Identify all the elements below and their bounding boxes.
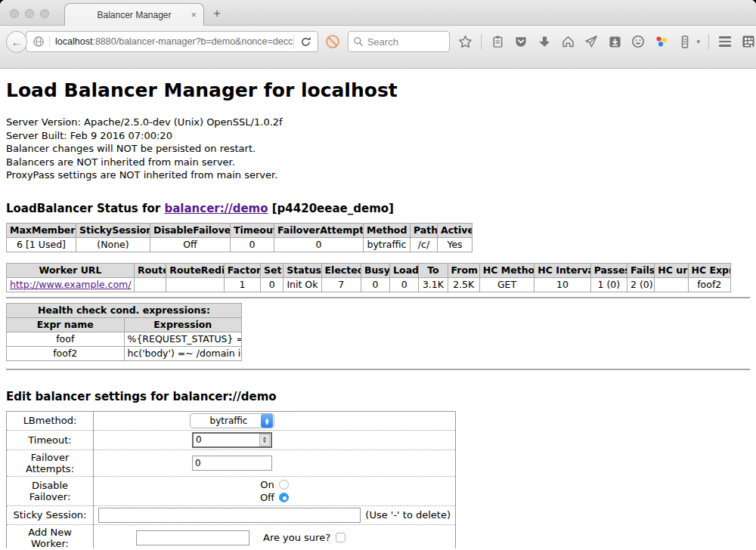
cell-path: /c/ bbox=[411, 237, 438, 252]
cell-status: Init Ok bbox=[284, 277, 321, 292]
block-icon[interactable] bbox=[325, 33, 340, 50]
battery-icon[interactable] bbox=[677, 33, 692, 50]
globe-icon[interactable] bbox=[26, 36, 50, 48]
lbmethod-select[interactable]: bytraffic ▲▼ bbox=[190, 413, 274, 428]
tab-balancer-manager[interactable]: Balancer Manager × bbox=[64, 3, 204, 26]
cell-failoverattempts: 0 bbox=[274, 237, 364, 252]
color-dots-icon[interactable] bbox=[654, 33, 669, 50]
window-controls[interactable] bbox=[10, 9, 49, 18]
sticky-session-input[interactable] bbox=[98, 508, 361, 523]
timeout-row: Timeout: ▲▼ bbox=[7, 430, 456, 450]
timeout-input[interactable] bbox=[194, 434, 259, 445]
tab-strip: Balancer Manager × + bbox=[0, 0, 756, 26]
browser-window: Balancer Manager × + ← localhost:8880/ba… bbox=[0, 0, 756, 550]
back-button[interactable]: ← bbox=[6, 31, 27, 53]
failover-attempts-row: Failover Attempts: bbox=[7, 450, 456, 476]
cell-hc-expr: foof2 bbox=[688, 277, 730, 292]
section-divider bbox=[6, 297, 750, 298]
pocket-icon[interactable] bbox=[513, 33, 528, 50]
cell-expression: %{REQUEST_STATUS} =~ /^[234]/ bbox=[124, 332, 242, 346]
clipboard-icon[interactable] bbox=[490, 33, 505, 50]
table-row: foof2 hc('body') =~ /domain is establish… bbox=[7, 346, 242, 360]
failover-attempts-label: Failover Attempts: bbox=[7, 450, 94, 476]
col-expr-name: Expr name bbox=[7, 317, 125, 332]
home-icon[interactable] bbox=[560, 33, 575, 50]
cell-from: 2.5K bbox=[448, 277, 479, 292]
sticky-session-hint: (Use '-' to delete) bbox=[365, 509, 452, 521]
menu-icon[interactable] bbox=[717, 33, 733, 50]
cell-elected: 7 bbox=[321, 277, 361, 292]
add-worker-row: Add New Worker: Are you sure? bbox=[7, 524, 456, 548]
square-download-icon[interactable] bbox=[607, 33, 622, 50]
reload-button[interactable] bbox=[293, 34, 318, 49]
dropdown-caret-icon[interactable]: ▾ bbox=[696, 38, 700, 45]
col-elected: Elected bbox=[321, 263, 361, 277]
col-stickysession: StickySession bbox=[76, 223, 150, 237]
number-spinner-icon[interactable]: ▲▼ bbox=[259, 434, 270, 446]
col-worker-url: Worker URL bbox=[7, 263, 135, 277]
bookmark-star-icon[interactable] bbox=[457, 33, 472, 50]
cell-maxmembers: 6 [1 Used] bbox=[7, 237, 76, 252]
table-row: foof %{REQUEST_STATUS} =~ /^[234]/ bbox=[7, 332, 242, 346]
table-row: http://www.example.com/ 1 0 Init Ok 7 0 … bbox=[7, 277, 731, 292]
cell-busy: 0 bbox=[361, 277, 389, 292]
minimize-window-button[interactable] bbox=[25, 9, 34, 18]
cell-load: 0 bbox=[390, 277, 419, 292]
lbmethod-selected-value: bytraffic bbox=[200, 416, 258, 426]
col-hc-method: HC Method bbox=[479, 263, 534, 277]
tab-title: Balancer Manager bbox=[97, 10, 171, 20]
cell-set: 0 bbox=[261, 277, 284, 292]
cell-expr-name: foof2 bbox=[7, 346, 125, 360]
disable-failover-label: Disable Failover: bbox=[7, 476, 94, 505]
col-passes: Passes bbox=[590, 263, 627, 277]
col-factor: Factor bbox=[224, 263, 260, 277]
are-you-sure-checkbox[interactable] bbox=[336, 533, 345, 542]
server-built-line: Server Built: Feb 9 2016 07:00:20 bbox=[6, 129, 750, 143]
cell-method: bytraffic bbox=[364, 237, 411, 252]
col-failoverattempts: FailoverAttempts bbox=[274, 223, 364, 237]
col-busy: Busy bbox=[361, 263, 389, 277]
worker-url-link[interactable]: http://www.example.com/ bbox=[10, 279, 131, 290]
url-text[interactable]: localhost:8880/balancer-manager?b=demo&n… bbox=[50, 36, 293, 47]
col-disablefailover: DisableFailover bbox=[150, 223, 231, 237]
cell-hc-interval: 10 bbox=[534, 277, 590, 292]
col-from: From bbox=[448, 263, 479, 277]
send-icon[interactable] bbox=[584, 33, 599, 50]
balancer-demo-link[interactable]: balancer://demo bbox=[164, 202, 268, 215]
search-icon bbox=[353, 36, 364, 47]
search-box[interactable] bbox=[348, 31, 451, 52]
server-info: Server Version: Apache/2.5.0-dev (Unix) … bbox=[6, 116, 750, 182]
table-header-row: Worker URL Route RouteRedir Factor Set S… bbox=[7, 263, 731, 277]
col-to: To bbox=[419, 263, 448, 277]
server-version-line: Server Version: Apache/2.5.0-dev (Unix) … bbox=[6, 116, 750, 129]
new-tab-button[interactable]: + bbox=[213, 6, 221, 21]
smiley-icon[interactable] bbox=[631, 33, 646, 50]
search-input[interactable] bbox=[367, 36, 443, 48]
col-hc-interval: HC Interval bbox=[534, 263, 590, 277]
cell-route bbox=[135, 277, 166, 292]
edit-balancer-form: LBmethod: bytraffic ▲▼ Timeout: ▲▼ bbox=[6, 411, 456, 549]
cell-stickysession: (None) bbox=[76, 237, 150, 252]
tab-close-icon[interactable]: × bbox=[191, 9, 197, 21]
cell-active: Yes bbox=[438, 237, 472, 252]
zoom-window-button[interactable] bbox=[40, 9, 49, 18]
nav-toolbar: ← localhost:8880/balancer-manager?b=demo… bbox=[0, 26, 756, 69]
close-window-button[interactable] bbox=[10, 9, 19, 18]
url-bar[interactable]: localhost:8880/balancer-manager?b=demo&n… bbox=[26, 31, 318, 52]
failover-on-radio[interactable] bbox=[279, 480, 289, 490]
col-expression: Expression bbox=[124, 317, 242, 332]
sticky-session-label: Sticky Session: bbox=[7, 505, 94, 524]
table-header-row: Expr name Expression bbox=[7, 317, 242, 332]
failover-off-radio[interactable] bbox=[279, 493, 289, 502]
radio-on-label: On bbox=[260, 479, 274, 490]
col-set: Set bbox=[261, 263, 284, 277]
page-grid-icon[interactable] bbox=[741, 33, 756, 50]
lbmethod-label: LBmethod: bbox=[7, 411, 94, 430]
inherit-notice-line: Balancers are NOT inherited from main se… bbox=[6, 156, 750, 169]
radio-off-label: Off bbox=[260, 492, 274, 503]
download-icon[interactable] bbox=[537, 33, 552, 50]
add-worker-input[interactable] bbox=[136, 530, 249, 545]
cell-timeout: 0 bbox=[231, 237, 274, 252]
status-heading-suffix: [p4420eeae_demo] bbox=[268, 202, 394, 215]
failover-attempts-input[interactable] bbox=[192, 456, 272, 471]
